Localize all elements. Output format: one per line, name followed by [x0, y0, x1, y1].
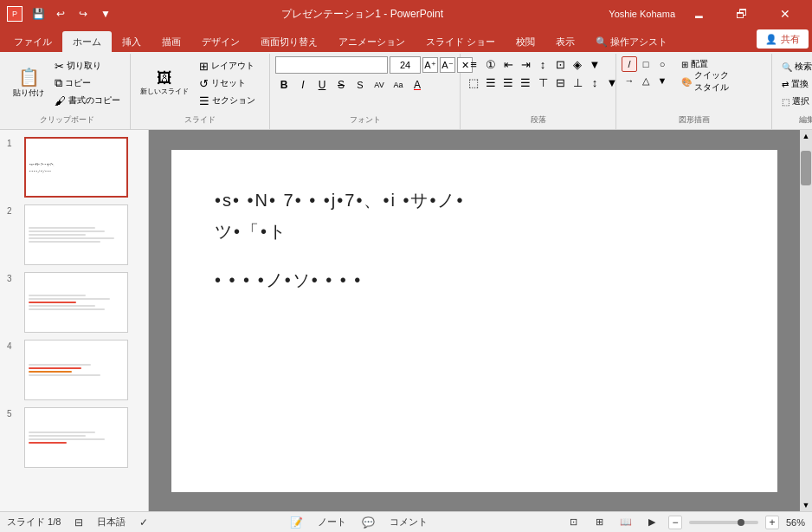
- slide-thumb-1[interactable]: 1 •s• •N• 7• • •j•7•、 • • • •ノ•ソ• • •: [0, 133, 148, 201]
- comments-icon[interactable]: 💬: [360, 515, 376, 530]
- tab-review[interactable]: 校閲: [506, 31, 545, 52]
- scroll-track[interactable]: [800, 142, 812, 499]
- restore-button[interactable]: 🗗: [722, 0, 762, 28]
- minimize-button[interactable]: 🗕: [679, 0, 719, 28]
- normal-view-button[interactable]: ⊡: [564, 515, 583, 530]
- replace-button[interactable]: ⇄ 置換: [777, 76, 812, 92]
- scroll-up-button[interactable]: ▲: [800, 130, 812, 142]
- tab-assist[interactable]: 🔍 操作アシスト: [585, 31, 678, 52]
- save-button[interactable]: 💾: [28, 3, 48, 24]
- italic-button[interactable]: I: [294, 76, 312, 94]
- shadow-button[interactable]: S: [351, 76, 369, 94]
- select-button[interactable]: ⬚ 選択: [777, 94, 812, 109]
- paste-button[interactable]: 📋 貼り付け: [9, 59, 48, 107]
- undo-button[interactable]: ↩: [50, 3, 71, 24]
- section-button[interactable]: ☰ セクション: [195, 93, 264, 108]
- increase-indent-button[interactable]: ⇥: [518, 56, 533, 72]
- find-button[interactable]: 🔍 検索: [777, 59, 812, 75]
- cut-button[interactable]: ✂ 切り取り: [50, 58, 125, 74]
- tab-transitions[interactable]: 画面切り替え: [250, 31, 328, 52]
- tab-file[interactable]: ファイル: [3, 31, 62, 52]
- align-text-button[interactable]: ⊡: [552, 56, 568, 72]
- spell-check-icon[interactable]: ✓: [136, 515, 151, 530]
- drawing-label: 図形描画: [622, 113, 766, 126]
- new-slide-button[interactable]: 🖼 新しいスライド: [136, 59, 193, 107]
- reading-view-button[interactable]: 📖: [616, 515, 635, 530]
- strikethrough-button[interactable]: S: [332, 76, 350, 94]
- tab-animations[interactable]: アニメーション: [328, 31, 416, 52]
- notes-label[interactable]: ノート: [318, 516, 346, 529]
- font-name-input[interactable]: [275, 56, 388, 74]
- tab-design[interactable]: デザイン: [191, 31, 250, 52]
- scroll-thumb[interactable]: [801, 151, 811, 185]
- zoom-slider[interactable]: [689, 521, 758, 524]
- shape-more[interactable]: ▼: [654, 73, 670, 88]
- layout-button[interactable]: ⊞ レイアウト: [195, 58, 264, 74]
- numbered-list-button[interactable]: ①: [483, 56, 499, 72]
- case-button[interactable]: Aa: [390, 76, 407, 94]
- shape-rect[interactable]: □: [638, 56, 654, 72]
- zoom-out-button[interactable]: −: [668, 516, 682, 529]
- tab-insert[interactable]: 挿入: [112, 31, 151, 52]
- close-button[interactable]: ✕: [765, 0, 805, 28]
- slide-thumb-4[interactable]: 4: [0, 336, 148, 404]
- format-painter-button[interactable]: 🖌 書式のコピー: [50, 93, 125, 108]
- slide-canvas[interactable]: •s• •N• 7• • •j•7•、•i •サ•ノ• ツ•「•ト • • • …: [171, 150, 777, 492]
- comments-label[interactable]: コメント: [390, 516, 428, 529]
- shape-arrow[interactable]: →: [622, 73, 637, 88]
- font-size-input[interactable]: 24: [390, 56, 421, 74]
- slide-num-2: 2: [7, 204, 19, 216]
- bullets-button[interactable]: ≡: [466, 56, 481, 72]
- align-middle-button[interactable]: ⊟: [552, 75, 568, 90]
- tab-slideshow[interactable]: スライド ショー: [416, 31, 506, 52]
- font-size-increase[interactable]: A⁺: [422, 57, 438, 73]
- shapes-gallery: / □ ○ → △ ▼: [622, 56, 673, 88]
- find-icon: 🔍: [782, 62, 792, 72]
- align-top-button[interactable]: ⊤: [535, 75, 551, 90]
- convert-button[interactable]: ▼: [587, 56, 603, 72]
- tab-view[interactable]: 表示: [545, 31, 585, 52]
- clipboard-label: クリップボード: [9, 113, 125, 126]
- align-center-button[interactable]: ☰: [483, 75, 499, 90]
- zoom-level[interactable]: 56%: [786, 517, 805, 528]
- smartart-button[interactable]: ◈: [570, 56, 585, 72]
- line-spacing-button[interactable]: ↕: [587, 75, 603, 90]
- slideshow-button[interactable]: ▶: [642, 515, 661, 530]
- slide-thumb-2[interactable]: 2: [0, 201, 148, 269]
- slide-indicator-button[interactable]: ⊟: [71, 515, 87, 530]
- slide-thumb-5[interactable]: 5: [0, 404, 148, 471]
- zoom-in-button[interactable]: +: [765, 516, 779, 529]
- notes-button[interactable]: 📝: [288, 515, 304, 530]
- bold-button[interactable]: B: [275, 76, 293, 94]
- text-direction-button[interactable]: ↕: [535, 56, 551, 72]
- underline-button[interactable]: U: [313, 76, 331, 94]
- font-color-button[interactable]: A: [409, 76, 426, 94]
- slides-group: 🖼 新しいスライド ⊞ レイアウト ↺ リセット ☰ セクション スライド: [131, 54, 270, 129]
- slide-num-3: 3: [7, 272, 19, 283]
- align-right-button[interactable]: ☰: [500, 75, 516, 90]
- customize-button[interactable]: ▼: [95, 3, 116, 24]
- shape-triangle[interactable]: △: [638, 73, 654, 88]
- tab-home[interactable]: ホーム: [62, 31, 112, 52]
- char-spacing-button[interactable]: AV: [371, 76, 388, 94]
- tab-draw[interactable]: 描画: [151, 31, 191, 52]
- slide-thumb-3[interactable]: 3: [0, 269, 148, 336]
- reset-button[interactable]: ↺ リセット: [195, 75, 264, 91]
- ribbon: 📋 貼り付け ✂ 切り取り ⧉ コピー 🖌 書式のコピー クリップボード: [0, 52, 812, 130]
- scroll-down-button[interactable]: ▼: [800, 499, 812, 511]
- quick-style-button[interactable]: 🎨 クイックスタイル: [677, 74, 733, 89]
- align-bottom-button[interactable]: ⊥: [570, 75, 585, 90]
- shape-oval[interactable]: ○: [654, 56, 670, 72]
- align-left-button[interactable]: ⬚: [466, 75, 481, 90]
- share-button[interactable]: 👤 共有: [757, 29, 809, 49]
- copy-button[interactable]: ⧉ コピー: [50, 75, 125, 91]
- content-area: •s• •N• 7• • •j•7•、•i •サ•ノ• ツ•「•ト • • • …: [149, 130, 800, 511]
- slide-num-1: 1: [7, 137, 19, 148]
- shape-line[interactable]: /: [622, 56, 637, 72]
- font-size-decrease[interactable]: A⁻: [440, 57, 455, 73]
- slide-sorter-button[interactable]: ⊞: [590, 515, 609, 530]
- redo-button[interactable]: ↪: [73, 3, 93, 24]
- new-slide-icon: 🖼: [157, 70, 172, 86]
- justify-button[interactable]: ☰: [518, 75, 533, 90]
- decrease-indent-button[interactable]: ⇤: [500, 56, 516, 72]
